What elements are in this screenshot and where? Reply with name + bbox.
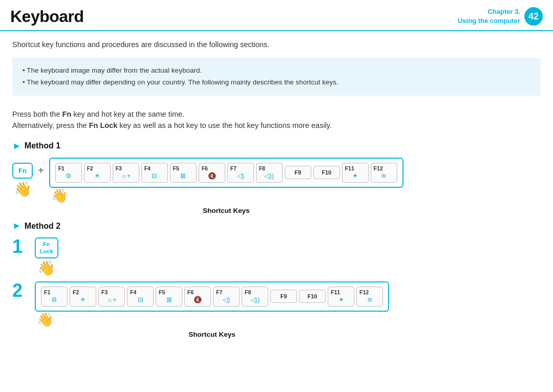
f3-icon: ☼+ [121,172,131,180]
f7-icon: ◁) [237,172,244,180]
f4b-icon: ⊟ [138,296,143,304]
fkey2-f10: F10 [299,290,326,303]
fkey2-f9: F9 [270,290,297,303]
f1-hand-group: 👋 [49,188,403,204]
fkey-f8: F8 ◁)) [256,163,283,183]
method1-heading: ► Method 1 [12,141,541,151]
f1-icon: ⚙ [66,172,72,180]
page-title: Keyboard [10,7,84,26]
fkey-f1: F1 ⚙ [55,163,82,183]
fkey-row-2: F1 ⚙ F2 ☀ F3 ☼+ F4 ⊟ F5 ⊠ [35,281,389,312]
method2-step2: 2 F1 ⚙ F2 ☀ F3 ☼+ F4 ⊟ [12,281,541,339]
method2-label: Method 2 [25,222,60,231]
shortcut-keys-label-1: Shortcut Keys [49,207,403,214]
fn-hand-icon: 👋 [14,181,32,198]
fn-lock-hand-icon: 👋 [37,259,55,276]
step2-number: 2 [12,281,27,300]
fkey2-f1: F1 ⚙ [41,287,68,307]
usage-line-1: Press both the Fn key and hot key at the… [12,110,541,118]
fn-lock-key: Fn Lock [35,237,58,258]
fkey2-f12: F12 ≋ [356,287,383,307]
method2-step1: 1 Fn Lock 👋 [12,237,541,276]
f1b-icon: ⚙ [51,296,57,304]
intro-text: Shortcut key functions and procedures ar… [12,40,541,49]
f12-icon: ≋ [381,172,387,180]
method1-arrow-icon: ► [12,141,22,151]
f2-icon: ☀ [94,172,100,180]
fkey-f3: F3 ☼+ [113,163,139,183]
note-list: The keyboard image may differ from the a… [23,65,530,89]
page-body: Shortcut key functions and procedures ar… [0,40,553,355]
fkey-f9: F9 [285,166,311,179]
step2-hand-icon: 👋 [37,312,53,328]
f6b-icon: 🔇 [194,296,202,304]
note-item-2: The keyboard may differ depending on you… [23,77,530,89]
f5-icon: ⊠ [180,172,186,180]
f1-hand-icon: 👋 [51,188,68,204]
method1-label: Method 1 [25,141,60,150]
f12b-icon: ≋ [367,296,373,304]
fkey-row-wrapper-1: F1 ⚙ F2 ☀ F3 ☼+ F4 ⊟ F5 ⊠ [49,158,403,215]
usage-line-2: Alternatively, press the Fn Lock key as … [12,121,541,129]
fkey2-f3: F3 ☼+ [98,287,125,307]
f2b-icon: ☀ [80,296,86,304]
f5b-icon: ⊠ [166,296,172,304]
fkey2-f6: F6 🔇 [184,287,211,307]
chapter-text: Chapter 3. Using the computer [458,7,520,26]
step1-content: Fn Lock 👋 [35,237,58,276]
step1-number: 1 [12,237,27,256]
fkey-f4: F4 ⊟ [141,163,168,183]
fkey2-f5: F5 ⊠ [156,287,182,307]
f11-icon: ✦ [352,172,358,180]
f8-icon: ◁)) [264,172,274,180]
fkey2-f7: F7 ◁) [213,287,240,307]
fn-lock-group: Fn Lock 👋 [35,237,58,276]
fkey-f10: F10 [313,166,340,179]
fn-key-group: Fn 👋 [12,158,33,198]
fkey-row-1: F1 ⚙ F2 ☀ F3 ☼+ F4 ⊟ F5 ⊠ [49,158,403,188]
fkey-f6: F6 🔇 [199,163,225,183]
f11b-icon: ✦ [338,296,344,304]
fkey-f12: F12 ≋ [371,163,397,183]
step2-hand-group: 👋 [35,312,389,328]
page-number: 42 [524,7,543,26]
fkey2-f2: F2 ☀ [70,287,96,307]
fn-key: Fn [12,163,33,179]
fkey-f5: F5 ⊠ [170,163,197,183]
fkey-row-wrapper-2: F1 ⚙ F2 ☀ F3 ☼+ F4 ⊟ F5 ⊠ [35,281,389,339]
method2-arrow-icon: ► [12,221,22,231]
note-box: The keyboard image may differ from the a… [12,58,541,96]
f3b-icon: ☼+ [107,296,117,304]
f4-icon: ⊟ [152,172,157,180]
fkey2-f11: F11 ✦ [328,287,354,307]
page-header: Keyboard Chapter 3. Using the computer 4… [0,0,553,31]
fkey-f2: F2 ☀ [84,163,111,183]
fkey2-f8: F8 ◁)) [242,287,268,307]
f7b-icon: ◁) [223,296,230,304]
fkey2-f4: F4 ⊟ [127,287,154,307]
f8b-icon: ◁)) [250,296,260,304]
method1-keyboard-area: Fn 👋 + F1 ⚙ F2 ☀ F3 ☼+ F4 [12,158,541,215]
f6-icon: 🔇 [208,172,216,180]
fkey-f11: F11 ✦ [342,163,369,183]
method2-heading: ► Method 2 [12,221,541,231]
note-item-1: The keyboard image may differ from the a… [23,65,530,77]
fkey-f7: F7 ◁) [227,163,254,183]
plus-sign: + [38,165,44,177]
shortcut-keys-label-2: Shortcut Keys [35,331,389,338]
chapter-info: Chapter 3. Using the computer 42 [458,7,543,26]
